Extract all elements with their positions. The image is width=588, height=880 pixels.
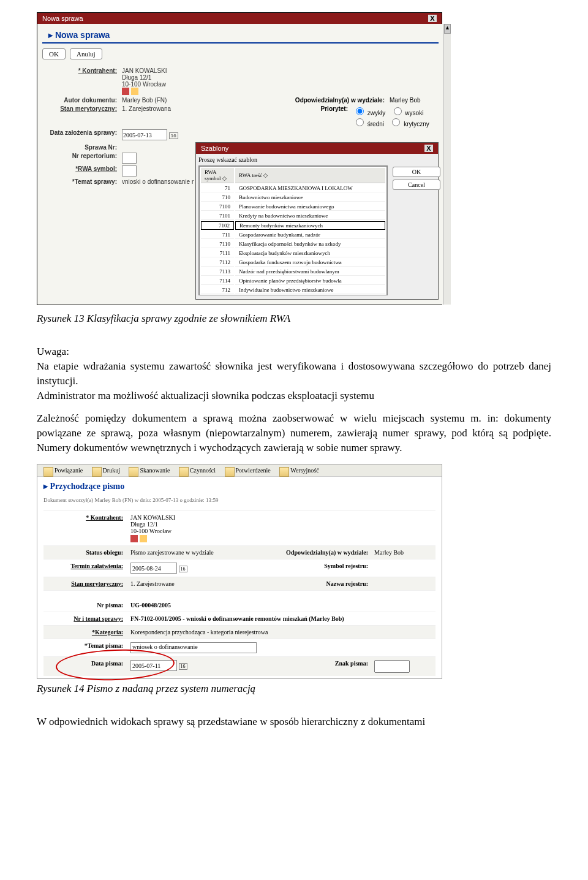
window-title: Nowa sprawa: [42, 15, 83, 22]
field-label: *RWA symbol:: [42, 165, 122, 176]
close-icon[interactable]: X: [424, 145, 433, 152]
toolbar-item[interactable]: Skanowanie: [129, 467, 170, 474]
table-row: 7110Klasyfikacja odporności budynków na …: [201, 240, 385, 248]
ok-button[interactable]: OK: [42, 48, 66, 59]
window-titlebar: Nowa sprawa X: [37, 13, 442, 24]
szablony-table[interactable]: RWA symbol ◇RWA treść ◇ 71GOSPODARKA MIE…: [199, 166, 387, 295]
toolbar: Powiązanie Drukuj Skanowanie Czynności P…: [37, 465, 442, 477]
field-label: Symbol rejestru:: [282, 563, 374, 574]
table-row: 7100Planowanie budownictwa mieszkanioweg…: [201, 203, 385, 211]
field-label: Sprawa Nr:: [42, 144, 122, 151]
table-row: 71GOSPODARKA MIESZKANIOWA I LOKALOW: [201, 184, 385, 192]
table-row: 711Gospodarowanie budynkami, nadzór: [201, 231, 385, 239]
field-label: * Kontrahent:: [43, 514, 130, 542]
dialog-message: Proszę wskazać szablon: [196, 154, 438, 165]
field-label: *Temat sprawy:: [42, 178, 122, 185]
date-input[interactable]: [122, 129, 167, 140]
stan-value: 1. Zarejestrowana: [122, 105, 292, 127]
ok-button[interactable]: OK: [393, 167, 440, 177]
odp-value: Marley Bob: [374, 549, 435, 556]
person-icon[interactable]: [122, 88, 129, 95]
table-row: 7112Gospodarka funduszem rozwoju budowni…: [201, 259, 385, 267]
toolbar-item[interactable]: Czynności: [179, 467, 216, 474]
kontrahent-value: JAN KOWALSKIDługa 12/110-100 Wrocław: [130, 514, 435, 542]
toolbar-item[interactable]: Wersyjność: [279, 467, 318, 474]
odp-value: Marley Bob: [390, 97, 439, 104]
znak-input[interactable]: [374, 660, 410, 673]
org-icon[interactable]: [131, 88, 138, 95]
field-label: Data założenia sprawy:: [42, 129, 122, 140]
field-label: Nazwa rejestru:: [282, 580, 374, 587]
body-text: W odpowiednich widokach sprawy są przeds…: [37, 715, 551, 729]
field-label: Odpowiedzialny(a) w wydziale:: [282, 549, 374, 556]
field-label: Znak pisma:: [282, 660, 374, 673]
field-label: Nr i temat sprawy:: [43, 615, 130, 622]
panel-przychodzace-pismo: Powiązanie Drukuj Skanowanie Czynności P…: [37, 464, 442, 679]
panel-heading: Nowa sprawa: [42, 29, 439, 44]
info-text: Dokument stworzył(a) Marley Bob (FN) w d…: [37, 496, 442, 508]
scrollbar[interactable]: ▲: [443, 24, 451, 305]
stan-value: 1. Zarejestrowane: [130, 580, 282, 587]
field-label: Status obiegu:: [43, 549, 130, 556]
col-header[interactable]: RWA treść ◇: [235, 168, 385, 183]
status-value: Pismo zarejestrowane w wydziale: [130, 549, 282, 556]
col-header[interactable]: RWA symbol ◇: [201, 168, 234, 183]
panel-heading: Przychodzące pismo: [37, 477, 442, 496]
body-text: Uwaga: Na etapie wdrażania systemu zawar…: [37, 344, 551, 403]
body-text: Zależność pomiędzy dokumentem a sprawą m…: [37, 411, 551, 455]
autor-value: Marley Bob (FN): [122, 97, 292, 104]
nrpisma-value: UG-00048/2005: [130, 602, 435, 609]
calendar-icon[interactable]: 16: [169, 132, 178, 139]
table-row: 7113Nadzór nad przedsiębiorstwami budowl…: [201, 268, 385, 276]
toolbar-item[interactable]: Potwierdzenie: [225, 467, 271, 474]
nrtemat-value: FN-7102-0001/2005 - wnioski o dofinansow…: [130, 615, 435, 622]
field-label: Nr repertorium:: [42, 153, 122, 164]
person-icon[interactable]: [130, 535, 138, 542]
field-label: *Kategoria:: [43, 629, 130, 635]
figure-caption: Rysunek 14 Pismo z nadaną przez system n…: [37, 681, 551, 696]
table-row: 7111Eksploatacja budynków mieszkaniowych: [201, 249, 385, 257]
cancel-button[interactable]: Cancel: [393, 180, 440, 190]
calendar-icon[interactable]: 16: [179, 663, 187, 670]
figure-caption: Rysunek 13 Klasyfikacja sprawy zgodnie z…: [37, 311, 551, 326]
field-label: Odpowiedzialny(a) w wydziale:: [292, 97, 390, 104]
temat-value: vnioski o dofinansowanie r: [122, 178, 194, 185]
toolbar-item[interactable]: Drukuj: [92, 467, 120, 474]
field-label: * Kontrahent:: [42, 67, 122, 95]
field-label: Priorytet:: [292, 105, 353, 127]
rwa-input[interactable]: [122, 165, 137, 176]
termin-input[interactable]: [130, 563, 177, 574]
table-row-selected: 7102Remonty budynków mieszkaniowych: [201, 221, 385, 230]
field-label: Nr pisma:: [43, 602, 130, 609]
calendar-icon[interactable]: 16: [179, 566, 187, 572]
field-label: Autor dokumentu:: [42, 97, 122, 104]
org-icon[interactable]: [140, 535, 147, 542]
table-row: 7114Opiniowanie planów przedsiębiorstw b…: [201, 277, 385, 285]
kategoria-value: Korespondencja przychodząca - kategoria …: [130, 629, 435, 635]
table-row: 7101Kredyty na budownictwo mieszkaniowe: [201, 212, 385, 220]
field-label: Stan merytoryczny:: [42, 105, 122, 127]
toolbar-item[interactable]: Powiązanie: [43, 467, 83, 474]
dialog-szablony: SzablonyX Proszę wskazać szablon RWA sym…: [195, 142, 439, 300]
dialog-nowa-sprawa: Nowa sprawa X Nowa sprawa OK Anuluj * Ko…: [37, 12, 442, 305]
table-row: 710Budownictwo mieszkaniowe: [201, 194, 385, 202]
cancel-button[interactable]: Anuluj: [70, 48, 102, 59]
priority-radios[interactable]: zwykły wysoki średni krytyczny: [353, 105, 439, 127]
nrrep-input[interactable]: [122, 153, 137, 164]
field-label: Termin załatwienia:: [43, 563, 130, 574]
close-icon[interactable]: X: [428, 15, 437, 22]
dialog-title: Szablony: [201, 145, 228, 152]
table-row: 712Indywidualne budownictwo mieszkaniowe: [201, 286, 385, 294]
field-label: Stan merytoryczny:: [43, 580, 130, 587]
kontrahent-value: JAN KOWALSKIDługa 12/110-100 Wrocław: [122, 67, 439, 95]
